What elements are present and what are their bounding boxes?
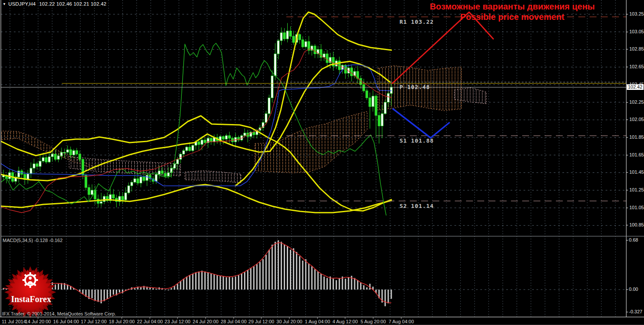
macd-bar	[314, 269, 316, 290]
kumo-mid-pale	[69, 156, 181, 176]
macd-bar	[210, 274, 212, 290]
macd-bar	[296, 252, 297, 290]
time-axis-label: 17 Jul 12:00	[81, 319, 107, 324]
logo-gear-tooth	[22, 279, 25, 281]
candle-body	[387, 93, 389, 102]
ma-mid-yellow	[0, 61, 390, 181]
macd-bar	[98, 290, 99, 302]
candle-body	[366, 91, 368, 98]
candle-body	[63, 152, 66, 153]
indicator-lines-layer	[0, 12, 391, 215]
candle-body	[60, 152, 63, 156]
macd-bar	[250, 268, 251, 290]
candle-body	[85, 175, 87, 187]
candle-body	[100, 201, 102, 203]
pivot-label-S2: S2 101.14	[400, 203, 434, 209]
macd-bar	[339, 278, 340, 290]
candle-body	[277, 41, 279, 54]
macd-bar	[226, 277, 227, 290]
macd-bar	[219, 276, 221, 290]
macd-bar	[259, 262, 260, 290]
candle-body	[161, 171, 163, 173]
macd-bar	[192, 274, 194, 290]
macd-bar	[110, 290, 111, 297]
chart-dropdown-icon[interactable]: ▼	[3, 2, 6, 6]
macd-bar	[324, 277, 325, 290]
macd-bar	[311, 266, 313, 290]
macd-bar	[256, 264, 257, 290]
candle-body	[183, 150, 185, 154]
macd-bar	[213, 274, 215, 290]
candle-body	[103, 196, 105, 201]
macd-bar	[235, 277, 236, 290]
candle-body	[274, 54, 276, 76]
candle-body	[48, 157, 51, 162]
macd-bar	[82, 290, 83, 294]
candle-body	[286, 31, 289, 39]
time-axis-label: 16 Jul 04:00	[53, 319, 79, 324]
macd-bar	[95, 290, 96, 300]
macd-bar	[320, 274, 322, 290]
candle-body	[67, 150, 69, 152]
macd-bar	[330, 277, 331, 290]
macd-bar	[266, 255, 267, 290]
candle-body	[36, 164, 38, 166]
macd-bar	[272, 245, 273, 290]
macd-bar	[275, 242, 276, 290]
macd-axis-label: 0.00	[629, 287, 644, 292]
macd-bar	[290, 250, 291, 290]
macd-bar	[180, 281, 181, 290]
candle-body	[225, 136, 228, 139]
candle-body	[363, 85, 365, 91]
price-axis-label: 102.85	[629, 46, 644, 51]
candle-body	[127, 186, 130, 193]
macd-bar	[244, 272, 245, 290]
macd-axis-label: -0.327	[629, 309, 644, 314]
candle-body	[378, 115, 380, 126]
macd-bar	[360, 282, 362, 290]
macd-bar	[363, 285, 365, 290]
macd-bar	[345, 279, 346, 290]
candle-body	[51, 154, 54, 157]
macd-bar	[119, 290, 120, 293]
price-axis-label: 102.65	[629, 64, 644, 69]
candle-body	[57, 156, 60, 159]
macd-bar	[333, 279, 334, 290]
candle-body	[140, 177, 142, 183]
candle-body	[42, 158, 44, 161]
macd-bar	[384, 290, 386, 306]
candle-body	[137, 179, 139, 183]
macd-bar	[177, 284, 178, 290]
candle-body	[289, 31, 292, 36]
macd-indicator-label: MACD(5,34,5) -0.128 -0.162	[3, 238, 63, 243]
candle-body	[124, 193, 127, 200]
copyright-text: IFX Trader, © 2001-2014, MetaQuotes Soft…	[2, 311, 116, 316]
macd-bar	[195, 272, 197, 290]
candle-body	[271, 76, 273, 98]
forecast-blue-down	[393, 109, 449, 138]
price-axis-label: 102.05	[629, 117, 644, 122]
candle-body	[91, 190, 93, 194]
macd-bar	[357, 280, 358, 290]
time-axis-label: 14 Jul 20:00	[25, 319, 51, 324]
macd-bar	[293, 248, 294, 290]
macd-bar	[284, 245, 285, 290]
macd-bar	[269, 250, 270, 290]
trading-terminal-window: ▼USDJPY,H4102.22 102.46 102.21 102.42 Во…	[0, 0, 644, 325]
logo-wordmark: InstaForex	[6, 294, 56, 304]
macd-bar	[287, 246, 288, 290]
chart-canvas[interactable]	[0, 0, 644, 325]
pivot-label-R1: R1 103.22	[400, 19, 434, 25]
kumo-small-pale	[185, 171, 241, 183]
macd-bar	[223, 277, 224, 290]
macd-bar	[281, 242, 282, 290]
candle-body	[384, 102, 386, 114]
candle-body	[112, 194, 114, 198]
price-axis-label: 101.45	[629, 169, 644, 175]
candle-body	[381, 114, 383, 126]
time-axis-label: 1 Aug 04:00	[305, 319, 330, 324]
macd-bar	[186, 277, 187, 290]
pivot-label-S1: S1 101.88	[400, 137, 434, 144]
candle-body	[253, 132, 255, 135]
candle-body	[70, 150, 72, 155]
